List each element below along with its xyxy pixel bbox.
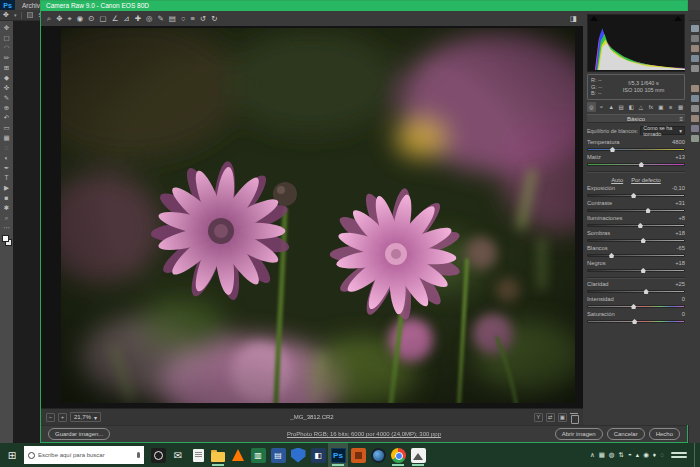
green-office-app-icon[interactable]: [248, 443, 268, 467]
hand-tool-icon[interactable]: ✥: [56, 15, 62, 23]
slider-track[interactable]: [587, 269, 685, 272]
dev-app-icon[interactable]: [308, 443, 328, 467]
straighten-tool-icon[interactable]: ∠: [112, 15, 119, 23]
tab-effects[interactable]: fx: [646, 102, 655, 112]
quick-selection-tool-icon[interactable]: ✏: [1, 53, 13, 63]
highlight-clipping-icon[interactable]: [674, 16, 682, 21]
collapsed-panel-icon[interactable]: [691, 115, 699, 122]
slider-value[interactable]: +8: [678, 215, 685, 223]
photos-app-icon[interactable]: [408, 443, 428, 467]
collapsed-panel-icon[interactable]: [691, 45, 699, 52]
slider-track[interactable]: [587, 254, 685, 257]
open-image-button[interactable]: Abrir imagen: [555, 428, 603, 440]
tab-basic[interactable]: ◎: [587, 102, 596, 112]
path-selection-tool-icon[interactable]: ▶: [1, 183, 13, 193]
slider-value[interactable]: 0: [682, 311, 685, 319]
slider-track[interactable]: [587, 320, 685, 323]
collapsed-panel-icon[interactable]: [691, 75, 699, 82]
slider-value[interactable]: 4800: [672, 139, 685, 147]
slider-thumb[interactable]: [646, 208, 651, 213]
adjustment-brush-tool-icon[interactable]: ✎: [158, 15, 164, 23]
collapsed-panel-icon[interactable]: [691, 65, 699, 72]
slider-thumb[interactable]: [641, 268, 646, 273]
blur-tool-icon[interactable]: ◌: [1, 143, 13, 153]
save-image-button[interactable]: Guardar imagen...: [48, 428, 110, 440]
photo-preview[interactable]: [61, 28, 575, 403]
pen-tool-icon[interactable]: ✒: [1, 163, 13, 173]
preferences-icon[interactable]: ≡: [190, 15, 194, 23]
shape-tool-icon[interactable]: ■: [1, 193, 13, 203]
slider-track[interactable]: [587, 209, 685, 212]
search-box[interactable]: Escribe aquí para buscar: [24, 446, 144, 464]
slider-thumb[interactable]: [631, 304, 636, 309]
browser-app-icon[interactable]: [368, 443, 388, 467]
collapsed-panel-icon[interactable]: [691, 125, 699, 132]
tab-hsl[interactable]: ▤: [617, 102, 626, 112]
crop-tool-icon[interactable]: ⊞: [1, 63, 13, 73]
orange-app-icon[interactable]: [348, 443, 368, 467]
clone-stamp-tool-icon[interactable]: ⊕: [1, 103, 13, 113]
zoom-tool-icon[interactable]: ⌕: [1, 213, 13, 223]
eraser-tool-icon[interactable]: ▭: [1, 123, 13, 133]
dialog-title[interactable]: Camera Raw 9.0 - Canon EOS 80D: [41, 1, 687, 11]
collapsed-panel-icon[interactable]: [691, 35, 699, 42]
auto-select-checkbox[interactable]: [27, 12, 33, 18]
slider-value[interactable]: +18: [675, 230, 685, 238]
default-link[interactable]: Por defecto: [631, 177, 661, 183]
type-tool-icon[interactable]: T: [1, 173, 13, 183]
microphone-icon[interactable]: [137, 452, 140, 458]
slider-value[interactable]: +25: [675, 281, 685, 289]
histogram[interactable]: [587, 14, 685, 72]
color-sampler-tool-icon[interactable]: ◉: [77, 15, 84, 23]
copy-settings-icon[interactable]: ▣: [558, 413, 567, 422]
red-eye-tool-icon[interactable]: ◎: [146, 15, 153, 23]
collapsed-panel-icon[interactable]: [691, 25, 699, 32]
notes-app-icon[interactable]: [188, 443, 208, 467]
rotate-right-icon[interactable]: ↻: [211, 15, 217, 23]
slider-thumb[interactable]: [639, 162, 644, 167]
chrome-icon[interactable]: [388, 443, 408, 467]
workflow-options-link[interactable]: ProPhoto RGB; 16 bits; 6000 por 4000 (24…: [287, 431, 441, 437]
cancel-button[interactable]: Cancelar: [607, 428, 645, 440]
chevron-down-icon[interactable]: ▾: [14, 12, 17, 18]
zoom-in-button[interactable]: +: [58, 413, 67, 422]
slider-value[interactable]: -0,10: [672, 185, 685, 193]
slider-thumb[interactable]: [641, 238, 646, 243]
history-brush-tool-icon[interactable]: ↶: [1, 113, 13, 123]
lasso-tool-icon[interactable]: ◠: [1, 43, 13, 53]
collapsed-panel-icon[interactable]: [691, 105, 699, 112]
tab-split-toning[interactable]: ◧: [627, 102, 636, 112]
start-button[interactable]: ⊞: [0, 443, 24, 467]
file-explorer-icon[interactable]: [208, 443, 228, 467]
slider-thumb[interactable]: [609, 253, 614, 258]
preview-toggle-icon[interactable]: ◨: [570, 15, 577, 23]
dark-circle-app-icon[interactable]: [148, 443, 168, 467]
tab-camera-calibration[interactable]: ▣: [656, 102, 665, 112]
collapsed-panel-icon[interactable]: [691, 135, 699, 142]
foreground-color-swatch[interactable]: [2, 235, 9, 242]
tray-icon-5[interactable]: ▴: [636, 452, 639, 459]
slider-thumb[interactable]: [610, 147, 615, 152]
collapsed-panel-icon[interactable]: [691, 55, 699, 62]
slider-value[interactable]: 0: [682, 296, 685, 304]
security-app-icon[interactable]: [288, 443, 308, 467]
white-balance-select[interactable]: Como se ha tomado ▾: [640, 126, 685, 135]
tab-detail[interactable]: ▲: [607, 102, 616, 112]
tray-chevron-icon[interactable]: ∧: [590, 452, 595, 459]
before-after-view-icon[interactable]: Y: [534, 413, 543, 422]
done-button[interactable]: Hecho: [649, 428, 680, 440]
radial-filter-tool-icon[interactable]: ○: [181, 15, 186, 23]
rotate-left-icon[interactable]: ↺: [200, 15, 206, 23]
slider-value[interactable]: +18: [675, 260, 685, 268]
swap-before-after-icon[interactable]: ⇄: [546, 413, 555, 422]
move-tool-icon[interactable]: ✥: [3, 11, 9, 19]
tray-icon-2[interactable]: ◍: [609, 452, 615, 459]
slider-track[interactable]: [587, 239, 685, 242]
vlc-icon[interactable]: [228, 443, 248, 467]
collapsed-panel-icon[interactable]: [691, 95, 699, 102]
tab-presets[interactable]: ≡: [666, 102, 675, 112]
blue-office-app-icon[interactable]: [268, 443, 288, 467]
tray-icon-4[interactable]: ◓: [628, 452, 632, 459]
photoshop-icon[interactable]: Ps: [328, 443, 348, 467]
delete-icon[interactable]: [570, 413, 578, 422]
